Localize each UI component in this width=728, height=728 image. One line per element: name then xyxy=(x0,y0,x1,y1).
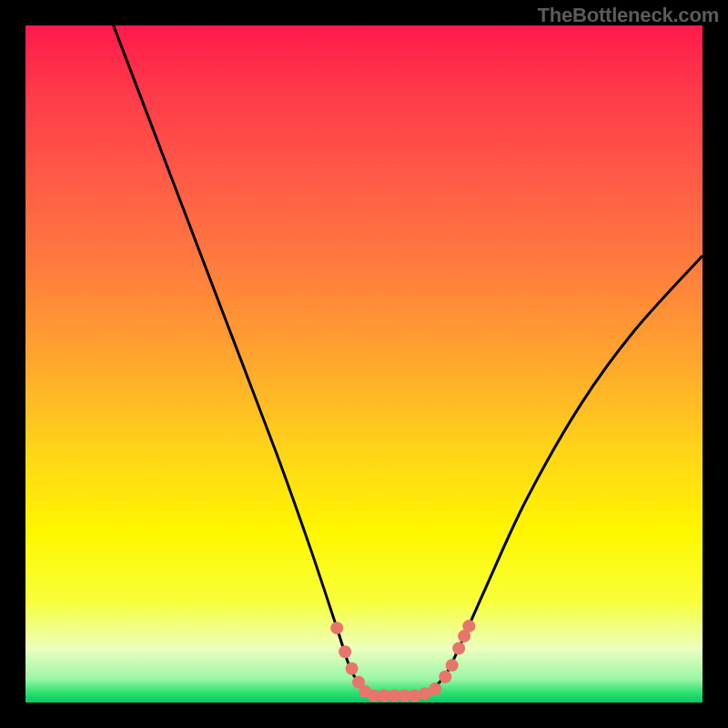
marker-group xyxy=(330,620,475,703)
curve-marker xyxy=(452,642,465,654)
curve-marker xyxy=(330,622,343,634)
curve-marker xyxy=(346,662,359,675)
curve-marker xyxy=(339,645,351,658)
curve-marker xyxy=(446,659,459,672)
watermark-text: TheBottleneck.com xyxy=(537,4,719,27)
bottleneck-curve xyxy=(114,25,703,696)
plot-area xyxy=(25,25,703,703)
chart-frame: TheBottleneck.com xyxy=(0,0,728,728)
curve-marker xyxy=(462,620,475,632)
curve-marker xyxy=(439,671,451,683)
curve-marker xyxy=(429,682,441,695)
bottleneck-curve-svg xyxy=(25,25,703,703)
